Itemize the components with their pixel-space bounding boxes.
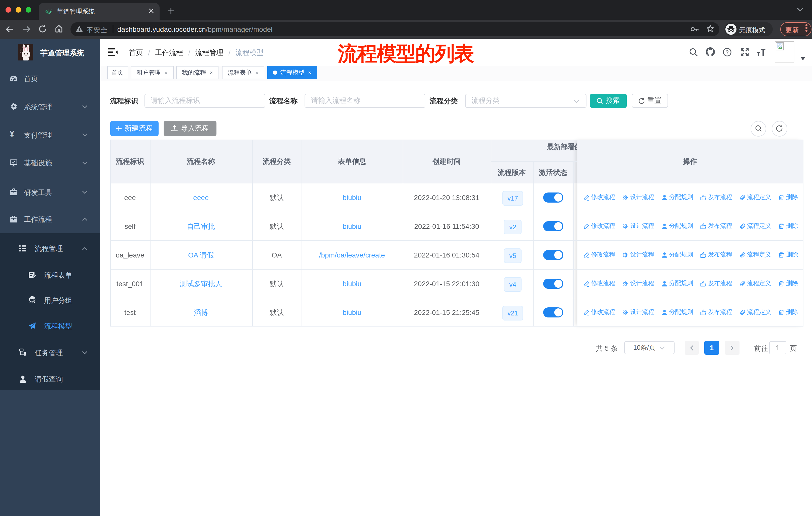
svg-text:?: ? xyxy=(726,49,729,55)
